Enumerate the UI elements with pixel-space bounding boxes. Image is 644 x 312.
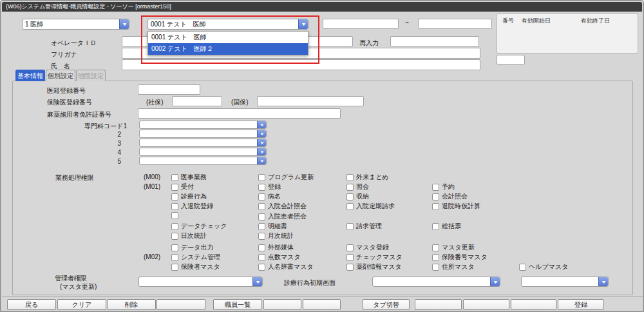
permission-label: プログラム更新	[268, 173, 314, 182]
checkbox[interactable]	[171, 244, 178, 251]
sub-select-dropdown-button[interactable]: ▼	[598, 277, 608, 286]
specialty-select-2[interactable]: ▼	[139, 130, 267, 138]
footer-button-empty-2[interactable]	[263, 299, 301, 310]
checkbox[interactable]	[432, 203, 439, 210]
checkbox[interactable]	[432, 244, 439, 251]
validity-col-number: 番号	[502, 17, 514, 25]
checkbox[interactable]	[171, 184, 178, 191]
initial-screen-select[interactable]: ▼	[372, 277, 500, 287]
checkbox[interactable]	[258, 244, 265, 251]
checkbox[interactable]	[346, 174, 354, 181]
footer-button-empty-3[interactable]	[303, 299, 341, 310]
specialty-select-4[interactable]: ▼	[139, 148, 267, 156]
admin-permission-label: 管理者権限	[55, 274, 87, 283]
checkbox[interactable]	[346, 193, 354, 200]
checkbox[interactable]	[346, 264, 354, 271]
chevron-down-icon: ▼	[260, 159, 265, 163]
chevron-down-icon: ▼	[600, 280, 606, 284]
specialty-dropdown-button[interactable]: ▼	[257, 121, 266, 128]
permission-label: 入院定期請求	[356, 202, 395, 211]
checkbox[interactable]	[346, 244, 354, 251]
kokuho-label: (国保)	[231, 98, 249, 107]
staff-category-select[interactable]: 1 医師 ▼	[22, 19, 129, 30]
checkbox[interactable]	[171, 223, 178, 230]
checkbox[interactable]	[346, 223, 354, 230]
checkbox[interactable]	[346, 203, 354, 210]
checkbox[interactable]	[171, 212, 178, 219]
permission-label: 受付	[181, 182, 194, 191]
checkbox[interactable]	[258, 184, 265, 191]
staff-option-selected[interactable]: 0002 テスト 医師２	[148, 43, 308, 55]
footer-button-empty-1[interactable]	[156, 299, 205, 310]
specialty-dropdown-button[interactable]: ▼	[257, 148, 266, 155]
checkbox[interactable]	[258, 213, 265, 220]
footer-button-staff-list[interactable]: 職員一覧	[213, 299, 262, 310]
chevron-down-icon: ▼	[260, 132, 265, 136]
checkbox[interactable]	[432, 264, 439, 271]
checkbox[interactable]	[171, 203, 178, 210]
specialty-select-3[interactable]: ▼	[139, 139, 267, 147]
tab-basic-info[interactable]: 基本情報	[15, 70, 45, 81]
checkbox[interactable]	[432, 184, 439, 191]
checkbox[interactable]	[258, 223, 265, 230]
checkbox[interactable]	[432, 254, 439, 261]
checkbox[interactable]	[258, 264, 265, 271]
staff-dropdown-list: 0001 テスト 医師 0002 テスト 医師２	[147, 31, 308, 55]
shaho-input[interactable]	[172, 96, 222, 106]
footer-button-back[interactable]: 戻る	[7, 299, 56, 310]
checkbox[interactable]	[171, 264, 178, 271]
staff-option[interactable]: 0001 テスト 医師	[148, 32, 308, 43]
tab-individual-settings[interactable]: 個別設定	[46, 70, 75, 81]
checkbox[interactable]	[346, 254, 354, 261]
specialty-dropdown-button[interactable]: ▼	[257, 157, 266, 164]
valid-to-input[interactable]	[418, 19, 492, 29]
doctor-registration-input[interactable]	[138, 84, 200, 95]
permission-item: 外来まとめ	[346, 173, 389, 182]
checkbox[interactable]	[171, 174, 178, 181]
chevron-down-icon: ▼	[260, 150, 265, 154]
validity-col-start-date: 有効開始日	[522, 17, 551, 25]
valid-from-input[interactable]	[323, 19, 399, 29]
reenter-input[interactable]	[390, 36, 479, 47]
narcotics-license-input[interactable]	[138, 108, 341, 119]
footer-button-clear[interactable]: クリア	[57, 299, 106, 310]
checkbox[interactable]	[171, 193, 178, 200]
kokuho-input[interactable]	[257, 96, 364, 106]
footer-button-register[interactable]: 登録	[558, 299, 604, 310]
admin-dropdown-button[interactable]: ▼	[252, 277, 262, 286]
checkbox[interactable]	[519, 264, 526, 271]
checkbox[interactable]	[258, 174, 265, 181]
checkbox[interactable]	[258, 203, 265, 210]
footer-button-empty-6[interactable]	[511, 299, 556, 310]
footer-button-delete[interactable]: 削除	[107, 299, 156, 310]
permission-item: 請求管理	[346, 222, 382, 231]
checkbox[interactable]	[171, 233, 178, 240]
checkbox[interactable]	[258, 193, 265, 200]
name-input[interactable]	[122, 59, 480, 70]
specialty-select-1[interactable]: ▼	[139, 121, 267, 129]
checkbox[interactable]	[346, 184, 354, 191]
checkbox[interactable]	[258, 254, 265, 261]
checkbox[interactable]	[258, 233, 265, 240]
admin-permission-select[interactable]: ▼	[138, 277, 263, 287]
validity-number-input[interactable]	[497, 55, 525, 64]
staff-select[interactable]: 0001 テスト 医師 ▼	[147, 19, 308, 30]
footer-button-tab-switch[interactable]: タブ切替	[363, 299, 410, 310]
specialty-select-value	[140, 121, 257, 128]
specialty-select-5[interactable]: ▼	[139, 157, 267, 165]
specialty-code-label: 専門科コード1	[84, 122, 127, 131]
initial-screen-dropdown-button[interactable]: ▼	[490, 277, 500, 286]
checkbox[interactable]	[432, 223, 439, 230]
sub-select[interactable]: ▼	[521, 277, 609, 287]
specialty-dropdown-button[interactable]: ▼	[257, 130, 266, 137]
permission-group-m01: (M01)	[144, 183, 160, 190]
specialty-dropdown-button[interactable]: ▼	[257, 139, 266, 146]
footer-button-empty-4[interactable]	[415, 299, 462, 310]
permission-group-m00: (M00)	[144, 173, 160, 180]
staff-dropdown-button[interactable]: ▼	[298, 19, 308, 29]
category-dropdown-button[interactable]: ▼	[119, 19, 129, 29]
permission-item: 薬剤情報マスタ	[346, 262, 402, 271]
checkbox[interactable]	[432, 193, 439, 200]
footer-button-empty-5[interactable]	[463, 299, 509, 310]
checkbox[interactable]	[171, 254, 178, 261]
